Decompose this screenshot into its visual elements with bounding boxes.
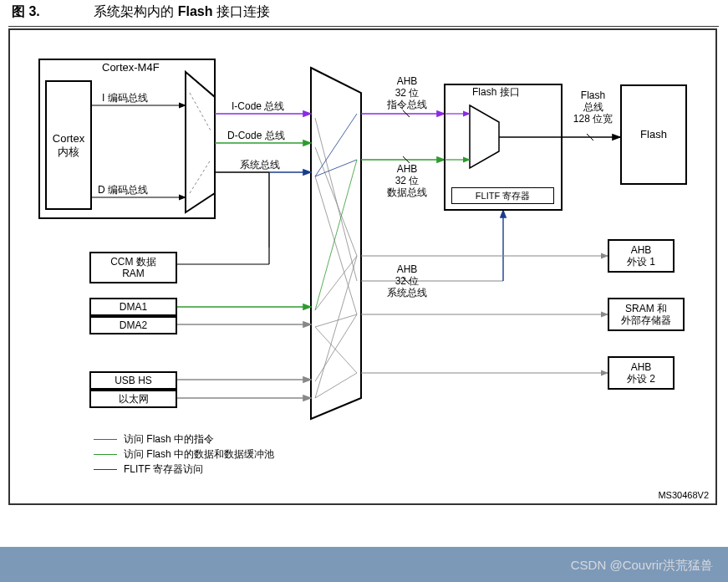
legend-line-green [94, 454, 117, 455]
legend-row-blue: FLITF 寄存器访问 [94, 462, 274, 477]
flash-bus-label: Flash 总线 128 位宽 [566, 90, 620, 125]
dma2-box: DMA2 [89, 316, 177, 334]
figure-container: 图 3. 系统架构内的 Flash 接口连接 [8, 0, 719, 505]
ahb-instr-label: AHB 32 位 指令总线 [378, 76, 436, 110]
diagram-frame: Cortex-M4F Cortex 内核 I 编码总线 D 编码总线 CCM 数… [8, 28, 717, 505]
d-encode-bus-label: D 编码总线 [98, 185, 148, 197]
flash-box: Flash [620, 84, 687, 185]
flitf-reg-box: FLITF 寄存器 [451, 187, 554, 204]
ccm-ram-box: CCM 数据 RAM [89, 252, 177, 283]
ahb-data-label: AHB 32 位 数据总线 [378, 164, 436, 198]
figure-number: 图 3. [12, 4, 40, 18]
cortex-m4f-label: Cortex-M4F [102, 62, 160, 74]
dma1-box: DMA1 [89, 298, 177, 316]
legend: 访问 Flash 中的指令 访问 Flash 中的数据和数据缓冲池 FLITF … [94, 431, 274, 477]
dcode-bus-label: D-Code 总线 [227, 130, 285, 142]
icode-bus-label: I-Code 总线 [232, 101, 284, 113]
ahb-sys-label: AHB 32 位 系统总线 [378, 264, 436, 299]
figure-title: 系统架构内的 Flash 接口连接 [94, 4, 270, 18]
ahb-periph1-box: AHB 外设 1 [608, 239, 675, 273]
cortex-core-box: Cortex 内核 [45, 80, 92, 210]
legend-line-blue [94, 469, 117, 470]
legend-line-purple [94, 439, 117, 440]
doc-id: MS30468V2 [658, 490, 709, 500]
legend-row-green: 访问 Flash 中的数据和数据缓冲池 [94, 447, 274, 462]
i-encode-bus-label: I 编码总线 [102, 93, 148, 105]
figure-title-bar: 图 3. 系统架构内的 Flash 接口连接 [8, 0, 719, 27]
ethernet-box: 以太网 [89, 390, 177, 408]
ahb-periph2-box: AHB 外设 2 [608, 356, 675, 390]
sram-ext-box: SRAM 和 外部存储器 [608, 298, 685, 331]
sys-bus-label: 系统总线 [240, 160, 280, 171]
watermark-text: CSDN @Couvrir洪荒猛兽 [571, 558, 713, 574]
svg-marker-6 [311, 68, 361, 419]
flash-if-label: Flash 接口 [472, 87, 520, 99]
usb-hs-box: USB HS [89, 371, 177, 390]
legend-row-purple: 访问 Flash 中的指令 [94, 431, 274, 447]
